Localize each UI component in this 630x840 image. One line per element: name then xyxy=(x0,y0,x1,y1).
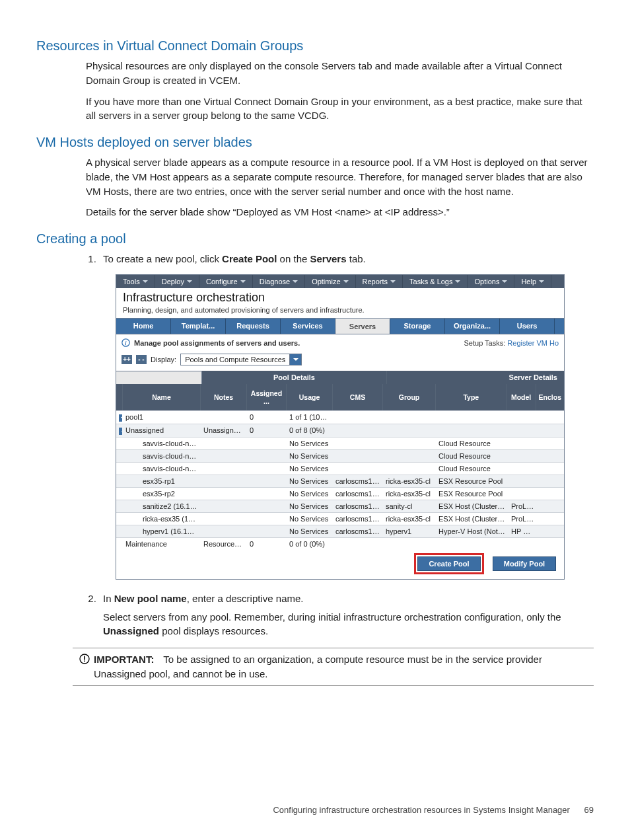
table-row[interactable]: +pool101 of 1 (100%) xyxy=(116,410,564,424)
manage-label: Manage pool assignments of servers and u… xyxy=(134,339,300,347)
caret-down-icon xyxy=(143,280,148,283)
caret-down-icon xyxy=(390,280,396,283)
menu-reports[interactable]: Reports xyxy=(356,275,403,288)
table-row[interactable]: savvis-cloud-na...No ServicesCloud Resou… xyxy=(116,449,564,462)
step-1: To create a new pool, click Create Pool … xyxy=(99,252,594,266)
tab-organizations[interactable]: Organiza... xyxy=(445,319,500,334)
tab-requests[interactable]: Requests xyxy=(226,319,281,334)
heading-creating-pool: Creating a pool xyxy=(36,231,594,247)
important-label: IMPORTANT: xyxy=(94,654,154,665)
col-notes[interactable]: Notes xyxy=(201,384,247,410)
info-icon: i xyxy=(122,338,130,348)
page-footer: Configuring infrastructure orchestration… xyxy=(36,805,594,815)
app-title: Infrastructure orchestration xyxy=(123,291,557,305)
body-text: Details for the server blade show “Deplo… xyxy=(86,205,594,219)
table-row[interactable]: -UnassignedUnassigned r...00 of 8 (0%) xyxy=(116,424,564,437)
step-2: In New pool name, enter a descriptive na… xyxy=(99,592,594,638)
display-select[interactable]: Pools and Compute Resources xyxy=(180,354,290,365)
svg-rect-4 xyxy=(84,661,85,662)
heading-vm-hosts: VM Hosts deployed on server blades xyxy=(36,135,594,150)
table-row[interactable]: savvis-cloud-na...No ServicesCloud Resou… xyxy=(116,462,564,475)
menu-configure[interactable]: Configure xyxy=(199,275,253,288)
col-group[interactable]: Group xyxy=(383,384,436,410)
col-enclosure[interactable]: Enclos xyxy=(536,384,564,410)
tab-home[interactable]: Home xyxy=(116,319,171,334)
col-assigned[interactable]: Assigned ... xyxy=(247,384,287,410)
collapse-all-button[interactable]: - - xyxy=(136,355,147,364)
tab-servers[interactable]: Servers xyxy=(335,319,390,334)
important-icon xyxy=(75,652,94,681)
caret-down-icon xyxy=(343,280,349,283)
svg-rect-3 xyxy=(84,656,85,660)
menu-bar: Tools Deploy Configure Diagnose Optimize… xyxy=(116,275,564,288)
important-note: IMPORTANT: To be assigned to an organiza… xyxy=(73,648,594,686)
heading-resources-vcdg: Resources in Virtual Connect Domain Grou… xyxy=(36,38,594,54)
top-tabs: Home Templat... Requests Services Server… xyxy=(116,318,564,334)
caret-down-icon xyxy=(539,280,544,283)
col-usage[interactable]: Usage xyxy=(287,384,333,410)
menu-tasks-logs[interactable]: Tasks & Logs xyxy=(403,275,468,288)
page-number: 69 xyxy=(584,805,594,815)
tab-services[interactable]: Services xyxy=(281,319,335,334)
tab-storage[interactable]: Storage xyxy=(390,319,445,334)
table-row[interactable]: hyperv1 (16.124...No Servicescarloscms1.… xyxy=(116,525,564,537)
tab-overflow[interactable] xyxy=(555,319,564,334)
body-text: Physical resources are only displayed on… xyxy=(86,59,594,88)
menu-diagnose[interactable]: Diagnose xyxy=(253,275,305,288)
app-subtitle: Planning, design, and automated provisio… xyxy=(123,306,557,314)
display-label: Display: xyxy=(151,356,176,363)
modify-pool-button[interactable]: Modify Pool xyxy=(493,556,556,571)
table-row[interactable]: esx35-rp2No Servicescarloscms1.i...ricka… xyxy=(116,487,564,500)
caret-down-icon xyxy=(240,280,246,283)
svg-text:i: i xyxy=(125,340,127,346)
menu-optimize[interactable]: Optimize xyxy=(305,275,355,288)
col-group-pool-details: Pool Details xyxy=(202,371,387,384)
col-group-server-details: Server Details xyxy=(387,371,564,384)
table-row[interactable]: sanitize2 (16.12...No Servicescarloscms1… xyxy=(116,500,564,512)
table-row[interactable]: esx35-rp1No Servicescarloscms1.i...ricka… xyxy=(116,475,564,487)
menu-help[interactable]: Help xyxy=(514,275,551,288)
caret-down-icon xyxy=(293,280,298,283)
caret-down-icon xyxy=(502,280,507,283)
menu-tools[interactable]: Tools xyxy=(116,275,155,288)
col-cms[interactable]: CMS xyxy=(333,384,383,410)
register-vm-host-link[interactable]: Register VM Ho xyxy=(507,339,559,347)
col-type[interactable]: Type xyxy=(436,384,507,410)
caret-down-icon xyxy=(187,280,192,283)
table-row[interactable]: MaintenanceResources in ...00 of 0 (0%) xyxy=(116,537,564,550)
expand-all-button[interactable]: ++ xyxy=(122,355,132,364)
col-name[interactable]: Name xyxy=(123,384,201,410)
footer-text: Configuring infrastructure orchestration… xyxy=(273,805,569,815)
setup-tasks-label: Setup Tasks: xyxy=(464,339,506,347)
body-text: If you have more than one Virtual Connec… xyxy=(86,95,594,124)
caret-down-icon xyxy=(455,280,460,283)
col-model[interactable]: Model xyxy=(507,384,536,410)
body-text: A physical server blade appears as a com… xyxy=(86,155,594,198)
important-text: To be assigned to an organization, a com… xyxy=(94,654,542,679)
tab-templates[interactable]: Templat... xyxy=(171,319,226,334)
table-row[interactable]: savvis-cloud-na...No ServicesCloud Resou… xyxy=(116,437,564,449)
caret-down-icon xyxy=(293,358,298,361)
app-screenshot: Tools Deploy Configure Diagnose Optimize… xyxy=(116,274,565,580)
menu-options[interactable]: Options xyxy=(468,275,514,288)
create-pool-button[interactable]: Create Pool xyxy=(417,556,481,571)
tab-users[interactable]: Users xyxy=(500,319,555,334)
display-dropdown-button[interactable] xyxy=(290,354,302,365)
table-row[interactable]: ricka-esx35 (16....No Servicescarloscms1… xyxy=(116,512,564,525)
menu-deploy[interactable]: Deploy xyxy=(155,275,199,288)
